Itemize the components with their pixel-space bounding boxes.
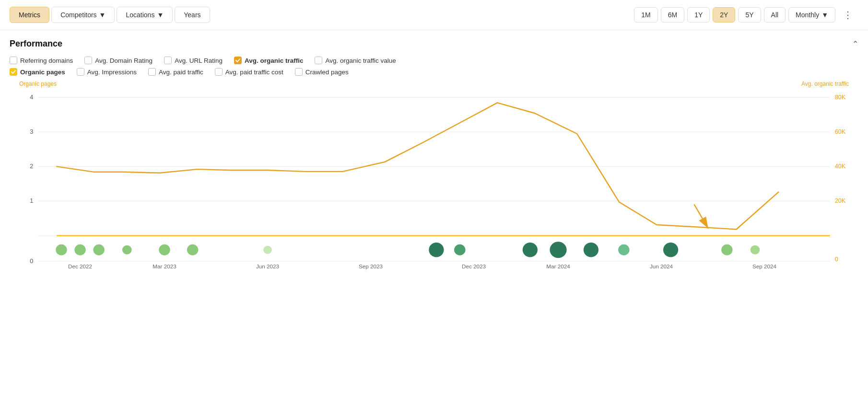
svg-text:20K: 20K: [835, 198, 846, 205]
checkmark-icon: [11, 70, 16, 74]
checkmark-icon: [235, 58, 240, 62]
metric-avg-paid-traffic-cost[interactable]: Avg. paid traffic cost: [215, 68, 283, 76]
svg-text:2: 2: [30, 163, 33, 170]
tab-metrics[interactable]: Metrics: [10, 7, 49, 23]
tab-locations[interactable]: Locations ▼: [117, 7, 173, 23]
event-dot: [122, 245, 132, 255]
event-dot: [263, 246, 272, 254]
metric-organic-pages[interactable]: Organic pages: [10, 68, 65, 76]
event-dot: [523, 243, 538, 257]
chevron-down-icon: ▼: [157, 11, 164, 19]
performance-chart: 4 3 2 1 0 80K 60K 40K 20K 0: [19, 88, 849, 270]
chart-right-label: Avg. organic traffic: [801, 81, 849, 87]
checkbox-organic-pages[interactable]: [10, 68, 17, 76]
toolbar: Metrics Competitors ▼ Locations ▼ Years …: [0, 0, 868, 30]
event-dot: [74, 244, 85, 255]
svg-text:60K: 60K: [835, 128, 846, 135]
checkbox-avg-organic-traffic-value[interactable]: [315, 57, 322, 64]
metric-avg-organic-traffic-value[interactable]: Avg. organic traffic value: [315, 57, 396, 64]
svg-text:40K: 40K: [835, 163, 846, 170]
svg-text:Sep 2024: Sep 2024: [752, 264, 777, 269]
checkbox-crawled-pages[interactable]: [295, 68, 303, 76]
event-dot: [550, 242, 566, 258]
svg-text:3: 3: [30, 128, 33, 135]
organic-pages-line: [57, 103, 778, 229]
svg-text:80K: 80K: [835, 94, 846, 101]
metrics-row-1: Referring domains Avg. Domain Rating Avg…: [10, 57, 858, 64]
svg-text:Mar 2023: Mar 2023: [152, 264, 176, 269]
range-1y[interactable]: 1Y: [687, 7, 710, 23]
event-dot: [93, 244, 104, 255]
svg-text:0: 0: [30, 258, 33, 265]
tab-competitors[interactable]: Competitors ▼: [51, 7, 115, 23]
checkbox-referring-domains[interactable]: [10, 57, 17, 64]
svg-text:Mar 2024: Mar 2024: [546, 264, 570, 269]
performance-section: Performance ⌃ Referring domains Avg. Dom…: [0, 30, 868, 270]
metric-crawled-pages[interactable]: Crawled pages: [295, 68, 349, 76]
checkbox-avg-paid-traffic-cost[interactable]: [215, 68, 223, 76]
svg-text:Jun 2024: Jun 2024: [650, 264, 673, 269]
toolbar-left: Metrics Competitors ▼ Locations ▼ Years: [10, 7, 210, 23]
svg-text:0: 0: [835, 256, 838, 263]
svg-text:Jun 2023: Jun 2023: [256, 264, 279, 269]
performance-header: Performance ⌃: [10, 39, 858, 49]
metric-avg-paid-traffic[interactable]: Avg. paid traffic: [148, 68, 203, 76]
checkbox-avg-url-rating[interactable]: [164, 57, 172, 64]
event-dot: [429, 243, 444, 257]
chart-left-label: Organic pages: [19, 81, 57, 87]
event-dot: [751, 245, 760, 255]
chevron-down-icon: ▼: [99, 11, 106, 19]
collapse-button[interactable]: ⌃: [852, 39, 858, 48]
performance-title: Performance: [10, 39, 62, 49]
event-dot: [618, 244, 629, 255]
range-all[interactable]: All: [764, 7, 786, 23]
event-dot: [721, 244, 732, 255]
range-1m[interactable]: 1M: [634, 7, 657, 23]
svg-text:Sep 2023: Sep 2023: [359, 264, 383, 269]
svg-text:Dec 2023: Dec 2023: [462, 264, 486, 269]
chevron-down-icon: ▼: [821, 11, 828, 19]
chart-container: Organic pages Avg. organic traffic 4 3 2…: [10, 81, 858, 270]
event-dot: [663, 243, 678, 257]
event-dot: [584, 243, 598, 257]
metric-avg-url-rating[interactable]: Avg. URL Rating: [164, 57, 223, 64]
granularity-selector[interactable]: Monthly ▼: [788, 7, 835, 23]
annotation-arrow: [694, 204, 708, 228]
metric-avg-organic-traffic[interactable]: Avg. organic traffic: [234, 57, 304, 64]
checkbox-avg-impressions[interactable]: [77, 68, 84, 76]
checkbox-avg-organic-traffic[interactable]: [234, 57, 242, 64]
event-dot: [56, 244, 67, 255]
checkbox-avg-domain-rating[interactable]: [84, 57, 92, 64]
range-2y[interactable]: 2Y: [713, 7, 735, 23]
metric-avg-domain-rating[interactable]: Avg. Domain Rating: [84, 57, 152, 64]
metrics-row-2: Organic pages Avg. Impressions Avg. paid…: [10, 68, 858, 76]
event-dot: [187, 244, 198, 255]
svg-text:1: 1: [30, 198, 33, 205]
event-dot: [159, 244, 170, 255]
tab-years[interactable]: Years: [175, 7, 210, 23]
more-options-button[interactable]: ⋮: [838, 6, 858, 24]
svg-text:Dec 2022: Dec 2022: [68, 264, 92, 269]
metric-referring-domains[interactable]: Referring domains: [10, 57, 73, 64]
toolbar-right: 1M 6M 1Y 2Y 5Y All Monthly ▼ ⋮: [634, 6, 858, 24]
checkbox-avg-paid-traffic[interactable]: [148, 68, 156, 76]
chart-wrapper: 4 3 2 1 0 80K 60K 40K 20K 0: [19, 88, 849, 270]
range-5y[interactable]: 5Y: [738, 7, 761, 23]
event-dot: [454, 244, 465, 255]
svg-text:4: 4: [30, 94, 33, 101]
range-6m[interactable]: 6M: [661, 7, 684, 23]
metric-avg-impressions[interactable]: Avg. Impressions: [77, 68, 137, 76]
chart-axis-labels: Organic pages Avg. organic traffic: [19, 81, 849, 87]
